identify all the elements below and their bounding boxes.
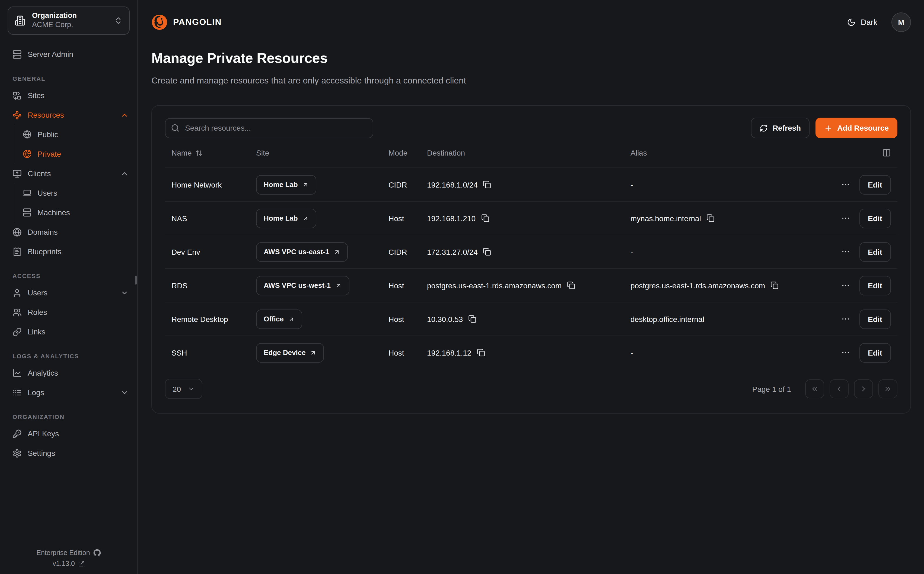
- site-link[interactable]: Home Lab: [256, 175, 316, 195]
- edit-button[interactable]: Edit: [859, 309, 891, 329]
- page-size-select[interactable]: 20: [165, 379, 202, 399]
- resource-mode: Host: [382, 348, 421, 357]
- sidebar-item-sites[interactable]: Sites: [0, 86, 137, 105]
- logs-icon: [13, 388, 22, 397]
- sidebar-item-label: Clients: [28, 169, 51, 178]
- user-icon: [13, 288, 22, 297]
- row-menu-button[interactable]: [841, 248, 850, 257]
- chevron-up-icon: [120, 169, 128, 178]
- chevrons-up-down-icon: [114, 16, 123, 25]
- row-menu-button[interactable]: [841, 348, 850, 358]
- external-link-icon[interactable]: [78, 560, 85, 567]
- sidebar-item-label: API Keys: [28, 429, 59, 438]
- copy-destination-button[interactable]: [483, 181, 491, 189]
- site-link[interactable]: Home Lab: [256, 209, 316, 228]
- server-icon: [13, 50, 22, 59]
- topbar-right: Dark M: [847, 13, 911, 32]
- search-input[interactable]: [165, 118, 373, 138]
- sidebar-footer: Enterprise Edition v1.13.0: [0, 546, 137, 568]
- table-header: Name Site Mode Destination Alias: [165, 139, 897, 168]
- site-link[interactable]: AWS VPC us-west-1: [256, 276, 349, 295]
- next-page-button[interactable]: [854, 380, 873, 399]
- prev-page-button[interactable]: [830, 380, 848, 399]
- sidebar-scrollbar[interactable]: [135, 276, 137, 285]
- sidebar-item-client-users[interactable]: Users: [15, 183, 137, 203]
- sidebar-item-private[interactable]: Private: [15, 144, 137, 164]
- sidebar-item-public[interactable]: Public: [15, 125, 137, 144]
- avatar[interactable]: M: [891, 13, 911, 32]
- site-link[interactable]: Office: [256, 309, 302, 329]
- github-icon[interactable]: [93, 549, 101, 557]
- first-page-button[interactable]: [805, 380, 824, 399]
- receipt-icon: [13, 247, 22, 256]
- sidebar-item-links[interactable]: Links: [0, 322, 137, 341]
- clients-submenu: Users Machines: [15, 183, 137, 222]
- topbar: PANGOLIN Dark M: [151, 13, 911, 32]
- sidebar-item-server-admin[interactable]: Server Admin: [0, 44, 137, 64]
- edit-button[interactable]: Edit: [859, 343, 891, 363]
- moon-icon: [847, 18, 856, 27]
- copy-alias-button[interactable]: [771, 282, 778, 290]
- plus-icon: [824, 124, 832, 132]
- page-size-value: 20: [172, 385, 181, 394]
- app-window: Organization ACME Corp. Server Admin GEN…: [0, 0, 924, 574]
- sidebar-item-clients[interactable]: Clients: [0, 164, 137, 183]
- row-menu-button[interactable]: [841, 281, 850, 290]
- sidebar-item-api-keys[interactable]: API Keys: [0, 424, 137, 443]
- section-label-access: ACCESS: [0, 273, 137, 279]
- sidebar-item-blueprints[interactable]: Blueprints: [0, 242, 137, 261]
- edit-button[interactable]: Edit: [859, 242, 891, 262]
- edit-button[interactable]: Edit: [859, 175, 891, 195]
- sidebar-item-logs[interactable]: Logs: [0, 383, 137, 402]
- copy-destination-button[interactable]: [468, 315, 476, 323]
- monitor-up-icon: [13, 169, 22, 178]
- column-header-name[interactable]: Name: [165, 149, 250, 158]
- row-menu-button[interactable]: [841, 315, 850, 324]
- sidebar-item-settings[interactable]: Settings: [0, 443, 137, 463]
- sidebar-item-label: Machines: [38, 208, 70, 217]
- sidebar-item-roles[interactable]: Roles: [0, 303, 137, 322]
- copy-destination-button[interactable]: [567, 282, 575, 290]
- row-menu-button[interactable]: [841, 180, 850, 189]
- copy-destination-button[interactable]: [483, 248, 491, 256]
- search-icon: [171, 124, 180, 132]
- copy-destination-button[interactable]: [481, 214, 489, 222]
- chevron-down-icon: [187, 386, 195, 393]
- sidebar-item-domains[interactable]: Domains: [0, 222, 137, 242]
- site-link[interactable]: AWS VPC us-east-1: [256, 242, 348, 262]
- row-menu-button[interactable]: [841, 214, 850, 223]
- edit-button[interactable]: Edit: [859, 209, 891, 228]
- sidebar-item-label: Sites: [28, 91, 44, 100]
- sidebar-item-label: Roles: [28, 308, 47, 317]
- brand[interactable]: PANGOLIN: [151, 14, 222, 30]
- table-row: SSH Edge Device Host 192.168.1.12 - Edit: [165, 336, 897, 369]
- globe-icon: [13, 227, 22, 237]
- refresh-button[interactable]: Refresh: [751, 118, 810, 139]
- edit-button[interactable]: Edit: [859, 276, 891, 295]
- org-selector[interactable]: Organization ACME Corp.: [8, 6, 130, 35]
- section-label-general: GENERAL: [0, 75, 137, 82]
- theme-toggle[interactable]: Dark: [847, 18, 877, 27]
- sidebar-item-users[interactable]: Users: [0, 283, 137, 303]
- resource-mode: CIDR: [382, 180, 421, 189]
- pangolin-logo-icon: [151, 14, 168, 30]
- copy-icon: [706, 214, 715, 222]
- sidebar-item-resources[interactable]: Resources: [0, 105, 137, 125]
- resource-destination: 192.168.1.12: [421, 348, 624, 357]
- resource-destination: 172.31.27.0/24: [421, 248, 624, 256]
- resource-name: NAS: [165, 214, 250, 223]
- sidebar-item-analytics[interactable]: Analytics: [0, 363, 137, 383]
- columns-toggle-button[interactable]: [882, 149, 891, 158]
- page-subtitle: Create and manage resources that are onl…: [151, 76, 911, 86]
- copy-alias-button[interactable]: [706, 214, 715, 222]
- last-page-button[interactable]: [878, 380, 897, 399]
- arrow-up-right-icon: [288, 316, 294, 323]
- chevron-down-icon: [120, 388, 128, 396]
- copy-destination-button[interactable]: [477, 349, 485, 357]
- sidebar-item-machines[interactable]: Machines: [15, 203, 137, 222]
- add-resource-button[interactable]: Add Resource: [815, 118, 897, 139]
- version-label: v1.13.0: [53, 560, 75, 568]
- sort-icon[interactable]: [196, 150, 203, 157]
- server-icon: [23, 208, 32, 217]
- site-link[interactable]: Edge Device: [256, 343, 324, 363]
